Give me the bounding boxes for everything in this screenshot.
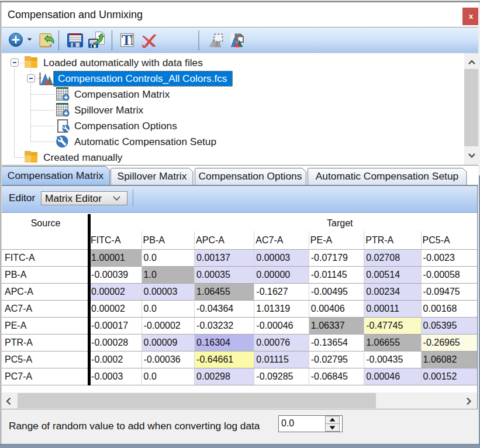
svg-text:Compensation Matrix: Compensation Matrix bbox=[8, 170, 104, 181]
svg-text:Automatic Compensation Setup: Automatic Compensation Setup bbox=[316, 170, 459, 182]
svg-text:T: T bbox=[122, 32, 132, 48]
svg-text:Spillover Matrix: Spillover Matrix bbox=[118, 170, 187, 182]
svg-text:Compensation Options: Compensation Options bbox=[199, 170, 302, 182]
